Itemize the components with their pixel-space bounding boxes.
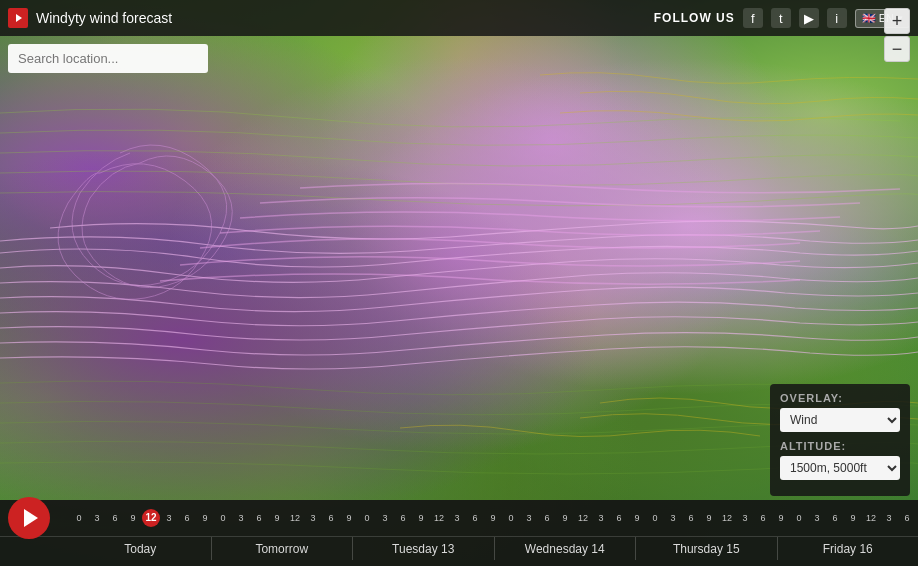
hour-tick[interactable]: 6 bbox=[250, 514, 268, 523]
hour-tick[interactable]: 0 bbox=[214, 514, 232, 523]
hour-tick[interactable]: 9 bbox=[772, 514, 790, 523]
hour-tick[interactable]: 3 bbox=[736, 514, 754, 523]
zoom-in-button[interactable]: + bbox=[884, 8, 910, 34]
hour-tick[interactable]: 9 bbox=[412, 514, 430, 523]
hour-tick[interactable]: 0 bbox=[502, 514, 520, 523]
hour-tick[interactable]: 9 bbox=[556, 514, 574, 523]
hour-tick[interactable]: 3 bbox=[448, 514, 466, 523]
altitude-select[interactable]: Surface 1500m, 5000ft 3000m, 10000ft 550… bbox=[780, 456, 900, 480]
logo-area: Windyty wind forecast bbox=[8, 8, 172, 28]
social-area: FOLLOW US f t ▶ i 🇬🇧 EN ▾ bbox=[654, 8, 910, 28]
youtube-icon[interactable]: ▶ bbox=[799, 8, 819, 28]
hour-tick[interactable]: 6 bbox=[610, 514, 628, 523]
hour-tick[interactable]: 3 bbox=[304, 514, 322, 523]
hour-tick[interactable]: 6 bbox=[322, 514, 340, 523]
overlay-label: OVERLAY: bbox=[780, 392, 900, 404]
hour-tick[interactable]: 6 bbox=[106, 514, 124, 523]
hour-tick[interactable]: 6 bbox=[682, 514, 700, 523]
altitude-label: ALTITUDE: bbox=[780, 440, 900, 452]
hour-tick[interactable]: 9 bbox=[340, 514, 358, 523]
hour-tick[interactable]: 0 bbox=[70, 514, 88, 523]
hour-tick[interactable]: 6 bbox=[178, 514, 196, 523]
hour-tick[interactable]: 6 bbox=[754, 514, 772, 523]
hour-tick[interactable]: 0 bbox=[358, 514, 376, 523]
hour-tick[interactable]: 9 bbox=[700, 514, 718, 523]
info-icon[interactable]: i bbox=[827, 8, 847, 28]
hour-tick[interactable]: 12 bbox=[142, 509, 160, 527]
search-input[interactable] bbox=[8, 44, 208, 73]
day-label[interactable]: Wednesday 14 bbox=[494, 537, 636, 560]
day-label[interactable]: Today bbox=[70, 537, 211, 560]
logo-icon[interactable] bbox=[8, 8, 28, 28]
hour-tick[interactable]: 12 bbox=[286, 514, 304, 523]
timeline-days: TodayTomorrowTuesday 13Wednesday 14Thurs… bbox=[0, 536, 918, 560]
hour-tick[interactable]: 6 bbox=[898, 514, 916, 523]
hour-tick[interactable]: 9 bbox=[844, 514, 862, 523]
flag-icon: 🇬🇧 bbox=[862, 12, 876, 25]
hour-tick[interactable]: 3 bbox=[664, 514, 682, 523]
hour-tick[interactable]: 3 bbox=[376, 514, 394, 523]
hour-tick[interactable]: 3 bbox=[880, 514, 898, 523]
day-label[interactable]: Friday 16 bbox=[777, 537, 919, 560]
hour-tick[interactable]: 12 bbox=[862, 514, 880, 523]
day-label[interactable]: Thursday 15 bbox=[635, 537, 777, 560]
app-title: Windyty wind forecast bbox=[36, 10, 172, 26]
hour-tick[interactable]: 3 bbox=[88, 514, 106, 523]
zoom-controls: + − bbox=[884, 8, 910, 62]
overlay-select[interactable]: Wind Rain Clouds Temperature Pressure bbox=[780, 408, 900, 432]
facebook-icon[interactable]: f bbox=[743, 8, 763, 28]
day-label[interactable]: Tomorrow bbox=[211, 537, 353, 560]
day-label[interactable]: Tuesday 13 bbox=[352, 537, 494, 560]
hour-tick[interactable]: 3 bbox=[520, 514, 538, 523]
hour-tick[interactable]: 12 bbox=[718, 514, 736, 523]
hour-tick[interactable]: 12 bbox=[430, 514, 448, 523]
hour-tick[interactable]: 9 bbox=[628, 514, 646, 523]
zoom-out-button[interactable]: − bbox=[884, 36, 910, 62]
hour-tick[interactable]: 3 bbox=[808, 514, 826, 523]
hour-tick[interactable]: 6 bbox=[466, 514, 484, 523]
timeline-numbers: 0369123690369123690369123690369123690369… bbox=[0, 500, 918, 536]
timeline: 0369123690369123690369123690369123690369… bbox=[0, 500, 918, 566]
hour-tick[interactable]: 6 bbox=[538, 514, 556, 523]
hour-tick[interactable]: 9 bbox=[268, 514, 286, 523]
search-area bbox=[8, 44, 208, 73]
header: Windyty wind forecast FOLLOW US f t ▶ i … bbox=[0, 0, 918, 36]
hour-tick[interactable]: 9 bbox=[124, 514, 142, 523]
hour-tick[interactable]: 9 bbox=[196, 514, 214, 523]
twitter-icon[interactable]: t bbox=[771, 8, 791, 28]
hour-tick[interactable]: 0 bbox=[646, 514, 664, 523]
play-button[interactable] bbox=[8, 497, 50, 539]
hour-tick[interactable]: 3 bbox=[160, 514, 178, 523]
overlay-controls: OVERLAY: Wind Rain Clouds Temperature Pr… bbox=[770, 384, 910, 496]
follow-text: FOLLOW US bbox=[654, 11, 735, 25]
hour-tick[interactable]: 6 bbox=[826, 514, 844, 523]
hour-tick[interactable]: 12 bbox=[574, 514, 592, 523]
hour-tick[interactable]: 3 bbox=[232, 514, 250, 523]
hour-tick[interactable]: 6 bbox=[394, 514, 412, 523]
hours-track[interactable]: 0369123690369123690369123690369123690369… bbox=[70, 500, 918, 536]
hour-tick[interactable]: 9 bbox=[484, 514, 502, 523]
hour-tick[interactable]: 3 bbox=[592, 514, 610, 523]
hour-tick[interactable]: 0 bbox=[790, 514, 808, 523]
